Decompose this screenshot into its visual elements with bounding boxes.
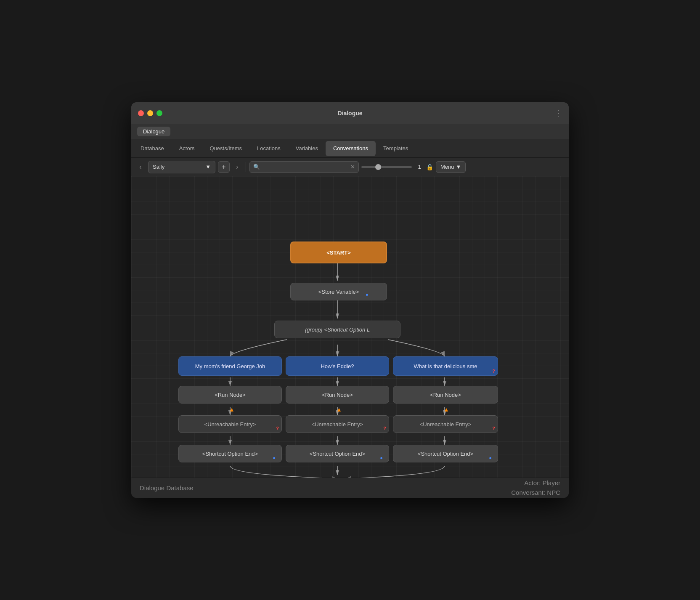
- zoom-slider[interactable]: [361, 166, 412, 168]
- bottom-left-text: Dialogue Database: [140, 484, 194, 491]
- node-run-3[interactable]: <Run Node>: [393, 386, 498, 404]
- unreachable1-badge: ?: [276, 426, 279, 431]
- shortcut-end1-badge: ●: [273, 455, 276, 460]
- run2-warning-icon: ▲: [336, 406, 342, 413]
- lock-icon[interactable]: 🔒: [426, 164, 433, 170]
- next-conversation-button[interactable]: ›: [232, 162, 242, 172]
- traffic-lights: [138, 110, 162, 116]
- toolbar: ‹ Sally ▼ + › 🔍 ✕ 1 🔒 Menu ▼: [131, 158, 569, 176]
- node-choice-3[interactable]: What is that delicious sme ?: [393, 356, 498, 376]
- bottom-right-text: Actor: Player Conversant: NPC: [511, 478, 560, 497]
- node-run-2[interactable]: <Run Node>: [286, 386, 389, 404]
- search-icon: 🔍: [253, 164, 260, 170]
- toolbar-divider: [246, 162, 246, 172]
- dropdown-chevron-icon: ▼: [205, 164, 211, 170]
- unreachable3-badge: ?: [492, 426, 495, 431]
- zoom-value: 1: [415, 164, 424, 170]
- node-store-variable[interactable]: <Store Variable> ➜: [290, 283, 387, 300]
- node-shortcut-end-3[interactable]: <Shortcut Option End> ●: [393, 445, 498, 462]
- run1-warning-icon: ▲: [229, 406, 235, 413]
- node-group-shortcut[interactable]: {group} <Shortcut Option L: [274, 321, 400, 338]
- dialogue-tab-bar: Dialogue: [131, 124, 569, 139]
- node-unreachable-3[interactable]: <Unreachable Entry> ?: [393, 415, 498, 433]
- unreachable2-badge: ?: [383, 426, 386, 431]
- prev-conversation-button[interactable]: ‹: [135, 162, 146, 172]
- tab-quests[interactable]: Quests/Items: [202, 141, 250, 156]
- bottom-bar: Dialogue Database Actor: Player Conversa…: [131, 478, 569, 498]
- zoom-control: 1: [361, 164, 424, 170]
- minimize-button[interactable]: [147, 110, 153, 116]
- tab-templates[interactable]: Templates: [376, 141, 416, 156]
- add-conversation-button[interactable]: +: [218, 161, 230, 173]
- node-shortcut-end-1[interactable]: <Shortcut Option End> ●: [178, 445, 282, 462]
- tab-conversations[interactable]: Conversations: [326, 141, 376, 156]
- node-unreachable-2[interactable]: <Unreachable Entry> ?: [286, 415, 389, 433]
- canvas-area[interactable]: <START> <Store Variable> ➜ {group} <Shor…: [131, 176, 569, 478]
- conversation-selector[interactable]: Sally ▼: [148, 161, 215, 173]
- node-unreachable-1[interactable]: <Unreachable Entry> ?: [178, 415, 282, 433]
- node-choice-2[interactable]: How's Eddie?: [286, 356, 389, 376]
- dialogue-tab[interactable]: Dialogue: [137, 127, 170, 136]
- search-clear-button[interactable]: ✕: [350, 164, 355, 170]
- menu-chevron-icon: ▼: [456, 164, 461, 170]
- title-bar: Dialogue ⋮: [131, 102, 569, 124]
- run3-warning-icon: ▲: [443, 406, 449, 413]
- shortcut-end2-badge: ●: [380, 455, 383, 460]
- maximize-button[interactable]: [156, 110, 162, 116]
- node-run-1[interactable]: <Run Node>: [178, 386, 282, 404]
- main-window: Dialogue ⋮ Dialogue Database Actors Ques…: [131, 102, 569, 498]
- search-input[interactable]: [262, 164, 348, 170]
- node-shortcut-end-2[interactable]: <Shortcut Option End> ●: [286, 445, 389, 462]
- tab-actors[interactable]: Actors: [172, 141, 202, 156]
- choice3-badge: ?: [492, 369, 495, 374]
- node-choice-1[interactable]: My mom's friend George Joh: [178, 356, 282, 376]
- search-container: 🔍 ✕: [249, 161, 359, 173]
- shortcut-end3-badge: ●: [489, 455, 492, 460]
- menu-button[interactable]: Menu ▼: [436, 161, 466, 173]
- tab-bar: Database Actors Quests/Items Locations V…: [131, 139, 569, 158]
- window-menu-icon[interactable]: ⋮: [554, 109, 562, 118]
- tab-variables[interactable]: Variables: [288, 141, 326, 156]
- close-button[interactable]: [138, 110, 144, 116]
- tab-locations[interactable]: Locations: [249, 141, 288, 156]
- tab-database[interactable]: Database: [133, 141, 172, 156]
- store-var-blue-dot: ●: [366, 292, 369, 297]
- node-start[interactable]: <START>: [290, 242, 387, 263]
- window-title: Dialogue: [337, 110, 362, 117]
